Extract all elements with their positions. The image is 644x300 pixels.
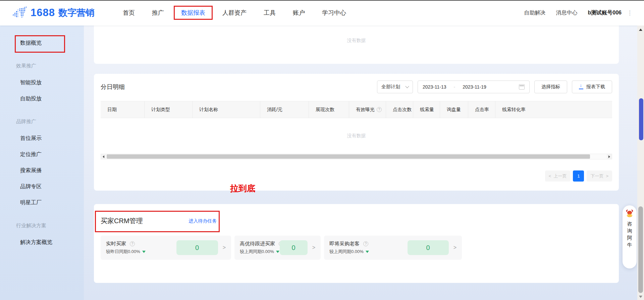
nav-item[interactable]: 推广 — [152, 9, 164, 17]
header-right: 自助解决消息中心b测试账号006 ⋮ — [524, 9, 633, 16]
daily-detail-card: 分日明细 全部计划 2023-11-13 - 2023-11-19 — [94, 74, 619, 191]
header-link[interactable]: 消息中心 — [556, 9, 578, 16]
horizontal-scroll-thumb[interactable] — [107, 154, 590, 159]
scroll-right-button[interactable] — [607, 154, 612, 159]
trend-down-icon — [366, 251, 369, 253]
vertical-scroll-thumb-gray[interactable] — [638, 206, 643, 293]
section-title: 分日明细 — [101, 83, 125, 91]
table-header-row: 日期 计划类型 计划名称 — [101, 101, 612, 118]
sidebar: 数据概览效果推广智能投放自助投放品牌推广首位展示定位推广搜索展播品牌专区明星工厂… — [0, 26, 84, 300]
horizontal-scrollbar[interactable] — [101, 154, 612, 159]
scroll-down-icon[interactable] — [639, 296, 642, 298]
select-metrics-button[interactable]: 选择指标 — [534, 81, 567, 93]
sidebar-item: 品牌推广 — [0, 115, 84, 128]
column-header: 线索转化率 — [495, 101, 612, 118]
empty-state: 没有数据 — [347, 38, 366, 44]
sidebar-item[interactable]: 明星工厂 — [0, 195, 84, 211]
overview-chart-card: 没有数据 — [94, 26, 619, 64]
column-header: 询盘量 — [440, 101, 468, 118]
filters: 全部计划 2023-11-13 - 2023-11-19 选择指标 — [377, 81, 612, 93]
download-icon — [579, 85, 583, 89]
sidebar-item[interactable]: 数据概览 — [0, 35, 84, 51]
prev-page-button[interactable]: < 上一页 — [545, 170, 571, 182]
vertical-scrollbar[interactable] — [637, 26, 644, 300]
help-icon[interactable] — [130, 241, 135, 246]
empty-state: 没有数据 — [347, 133, 366, 139]
column-header: 线索量 — [413, 101, 440, 118]
crm-title: 买家CRM管理 — [101, 216, 143, 226]
sidebar-item[interactable]: 品牌专区 — [0, 179, 84, 195]
logo[interactable]: 1688 数字营销 — [12, 6, 95, 19]
main-area: 没有数据 分日明细 全部计划 2023-11-13 - 2023-11-19 — [84, 26, 644, 300]
current-page-button[interactable]: 1 — [573, 170, 584, 182]
next-page-button[interactable]: 下一页 > — [587, 170, 612, 182]
annotation-scroll-hint: 拉到底 — [230, 183, 255, 194]
chevron-right-icon: > — [453, 245, 457, 251]
sidebar-item[interactable]: 解决方案概览 — [0, 234, 84, 250]
scroll-left-button[interactable] — [101, 154, 106, 159]
scroll-up-icon[interactable] — [639, 29, 642, 31]
sidebar-item[interactable]: 首位展示 — [0, 130, 84, 146]
nav-item[interactable]: 工具 — [264, 9, 276, 17]
trend-down-icon — [276, 251, 279, 253]
logo-icon — [12, 6, 27, 19]
help-icon[interactable] — [377, 107, 382, 112]
column-header: 计划名称 — [192, 101, 260, 118]
date-start: 2023-11-13 — [423, 84, 446, 90]
sidebar-item[interactable]: 定位推广 — [0, 146, 84, 162]
screen: 1688 数字营销 首页推广数据报表人群资产工具账户学习中心 自助解决消息中心b… — [0, 0, 644, 300]
download-report-button[interactable]: 报表下载 — [572, 81, 612, 93]
horizontal-scroll-track[interactable] — [106, 154, 607, 159]
more-menu-icon[interactable]: ⋮ — [627, 10, 633, 16]
logo-title: 数字营销 — [58, 7, 95, 19]
consult-aniu-label: 咨询阿牛 — [627, 220, 633, 248]
todo-tasks-link[interactable]: 进入待办任务 — [189, 218, 217, 224]
crm-metric-card[interactable]: 即将采购老客 较上周同期0.00% 0 > — [324, 236, 462, 260]
bull-icon — [625, 209, 634, 217]
plan-filter-select[interactable]: 全部计划 — [377, 81, 413, 93]
header-link[interactable]: 自助解决 — [524, 9, 546, 16]
sidebar-item[interactable]: 智能投放 — [0, 74, 84, 91]
nav-item[interactable]: 学习中心 — [322, 9, 346, 17]
metric-title: 实时买家 — [106, 241, 126, 247]
sidebar-item: 效果推广 — [0, 59, 84, 72]
main-nav: 首页推广数据报表人群资产工具账户学习中心 — [123, 9, 363, 17]
nav-item[interactable]: 数据报表 — [181, 9, 205, 17]
metric-value: 0 — [176, 240, 218, 255]
date-separator: - — [454, 84, 455, 90]
crm-metric-cards: 实时买家 较昨日同期0.00% 0 > — [101, 236, 612, 260]
metric-compare: 较上周同期0.00% — [240, 249, 274, 255]
sidebar-item[interactable]: 自助投放 — [0, 91, 84, 107]
help-icon[interactable] — [363, 241, 368, 246]
metric-value: 0 — [408, 240, 449, 255]
column-header: 有效曝光 — [349, 101, 386, 118]
consult-aniu-widget[interactable]: 咨询阿牛 — [623, 205, 637, 268]
column-header: 计划类型 — [144, 101, 192, 118]
date-end: 2023-11-19 — [463, 84, 486, 90]
column-header: 点击次数 — [386, 101, 413, 118]
column-header: 消耗/元 — [260, 101, 309, 118]
crm-metric-card[interactable]: 高优待跟进买家 较上周同期0.00% 0 > — [234, 236, 321, 260]
trend-down-icon — [142, 251, 146, 253]
metric-compare: 较上周同期0.00% — [329, 249, 364, 255]
nav-item[interactable]: 人群资产 — [222, 9, 247, 17]
sidebar-item[interactable]: 搜索展播 — [0, 162, 84, 179]
app-header: 1688 数字营销 首页推广数据报表人群资产工具账户学习中心 自助解决消息中心b… — [0, 0, 644, 26]
prev-arrow-icon: < — [549, 173, 551, 179]
metric-title: 高优待跟进买家 — [240, 241, 275, 247]
column-header: 日期 — [101, 101, 144, 118]
arrow-left-icon — [103, 155, 104, 158]
date-range-picker[interactable]: 2023-11-13 - 2023-11-19 — [418, 81, 530, 93]
crm-metric-card[interactable]: 实时买家 较昨日同期0.00% 0 > — [101, 236, 231, 260]
column-header: 展现次数 — [309, 101, 349, 118]
logo-number: 1688 — [31, 7, 55, 19]
window-top-edge — [0, 0, 644, 1]
header-link[interactable]: b测试账号006 — [588, 9, 622, 16]
vertical-scroll-thumb-blue[interactable] — [639, 98, 643, 140]
daily-detail-header: 分日明细 全部计划 2023-11-13 - 2023-11-19 — [101, 74, 612, 93]
crm-header: 买家CRM管理 进入待办任务 — [101, 204, 612, 226]
nav-item[interactable]: 账户 — [293, 9, 305, 17]
header-links: 自助解决消息中心b测试账号006 — [524, 9, 622, 16]
nav-item[interactable]: 首页 — [123, 9, 135, 17]
content: 没有数据 分日明细 全部计划 2023-11-13 - 2023-11-19 — [94, 26, 619, 283]
